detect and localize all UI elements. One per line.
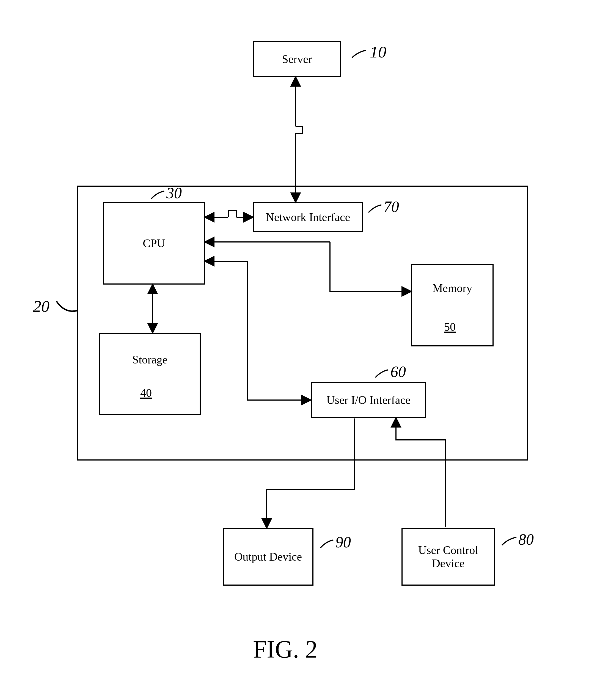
output-block: Output Device — [223, 528, 313, 586]
userio-block: User I/O Interface — [311, 382, 426, 418]
netif-label: Network Interface — [266, 211, 350, 224]
storage-label: Storage — [132, 353, 167, 366]
userio-label: User I/O Interface — [326, 393, 410, 407]
netif-block: Network Interface — [253, 202, 363, 232]
server-block: Server — [253, 41, 341, 77]
diagram-canvas: Server CPU Network Interface Memory 50 S… — [0, 0, 611, 700]
ref-30: 30 — [150, 184, 182, 202]
server-label: Server — [282, 53, 312, 66]
storage-ref-inside: 40 — [140, 386, 152, 400]
memory-block: Memory — [411, 264, 494, 346]
memory-ref-inside: 50 — [444, 320, 456, 333]
cpu-label: CPU — [143, 237, 165, 250]
output-label: Output Device — [234, 550, 302, 563]
ref-60: 60 — [374, 363, 406, 381]
ref-10: 10 — [351, 43, 386, 62]
cpu-block: CPU — [103, 202, 205, 285]
figure-label: FIG. 2 — [253, 635, 317, 664]
usercontrol-block: User Control Device — [401, 528, 495, 586]
storage-block: Storage — [99, 333, 201, 415]
usercontrol-label: User Control Device — [404, 543, 492, 570]
ref-80: 80 — [501, 531, 534, 548]
memory-label: Memory — [433, 282, 473, 295]
ref-90: 90 — [319, 533, 351, 551]
ref-70: 70 — [367, 198, 399, 215]
ref-20: 20 — [33, 297, 78, 317]
